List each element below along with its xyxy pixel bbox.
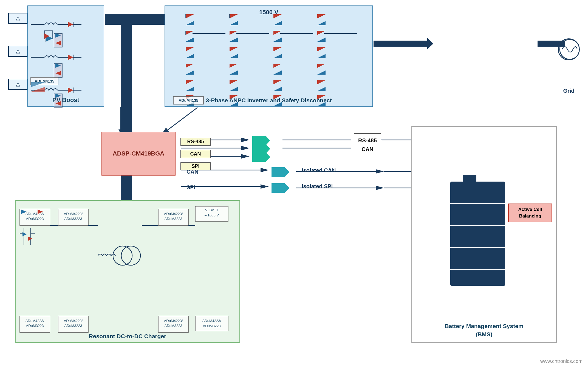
spi-signal-label: SPI [186,184,195,191]
svg-marker-82 [186,64,194,68]
svg-rect-169 [450,182,505,286]
adsp-block: ADSP-CM419BGA RS-485 CAN SPI [101,132,176,176]
isolated-can-label: Isolated CAN [302,167,336,174]
svg-rect-170 [463,175,476,182]
svg-text:ADuM3223: ADuM3223 [64,217,82,221]
can-signal-label: CAN [186,169,198,175]
svg-marker-122 [317,87,326,91]
grid-label: Grid [558,88,580,94]
svg-marker-102 [273,21,282,25]
grid-svg [559,38,579,60]
svg-marker-117 [317,47,326,51]
svg-marker-92 [230,38,238,42]
resonant-block: ADuM4223/ ADuM3223 ADuM4223/ ADuM3223 AD… [15,200,240,343]
svg-marker-121 [317,80,326,84]
phase-input-1: △ [8,13,27,24]
svg-marker-103 [273,31,282,35]
svg-marker-84 [186,80,194,84]
svg-marker-95 [230,64,238,68]
svg-marker-110 [273,87,282,91]
svg-text:ADuM4223/: ADuM4223/ [26,319,44,323]
spi-label: SPI [191,163,199,169]
svg-marker-73 [31,87,45,92]
svg-text:ADuM3223: ADuM3223 [164,217,182,221]
watermark: www.cntronics.com [540,358,583,364]
spi-iso-chip-2 [272,183,289,193]
rs485-label: RS-485 [187,139,204,144]
svg-marker-120 [317,70,326,75]
pv-boost-label: PV Boost [28,97,104,104]
svg-marker-94 [230,54,238,58]
svg-text:ADuM3223: ADuM3223 [164,324,182,328]
svg-marker-163 [22,232,27,236]
svg-marker-13 [241,146,250,150]
svg-marker-44 [68,22,73,27]
svg-marker-164 [28,236,32,241]
svg-marker-96 [230,70,238,75]
svg-marker-105 [273,47,282,51]
svg-marker-11 [241,138,250,142]
svg-rect-5 [121,25,132,143]
pv-boost-block: ADuM4135 PV Boost [27,5,104,107]
bms-svg [412,127,557,343]
can-protocol-box: CAN [180,150,211,158]
svg-marker-106 [273,54,282,58]
svg-marker-79 [186,38,194,42]
svg-marker-98 [230,87,238,91]
svg-marker-24 [376,169,384,174]
svg-text:ADuM4223/: ADuM4223/ [64,319,83,323]
main-diagram: △ △ △ [0,0,588,367]
svg-marker-118 [317,54,326,58]
svg-marker-76 [186,21,194,25]
svg-text:ADuM3223: ADuM3223 [64,324,82,328]
svg-point-146 [121,246,140,265]
svg-marker-85 [186,87,194,91]
rs485-iso-chip [252,136,270,145]
svg-rect-156 [195,316,228,331]
svg-marker-83 [186,70,194,75]
svg-rect-3 [105,14,165,25]
bms-label: Battery Management System (BMS) [412,322,556,338]
svg-marker-19 [261,184,269,189]
svg-marker-91 [230,31,238,35]
svg-marker-104 [273,38,282,42]
svg-rect-29 [374,41,428,47]
svg-marker-119 [317,64,326,68]
svg-marker-93 [230,47,238,51]
svg-marker-108 [273,70,282,75]
svg-marker-90 [230,21,238,25]
anpc-block: 1500 V [165,5,373,107]
svg-marker-97 [230,80,238,84]
svg-marker-17 [261,168,269,172]
isolated-spi-label: Isolated SPI [302,183,333,190]
svg-text:ADuM4223/: ADuM4223/ [64,212,83,216]
pv-boost-svg: ADuM4135 [28,6,105,108]
svg-text:ADuM4223/: ADuM4223/ [164,212,183,216]
svg-marker-115 [317,31,326,35]
svg-marker-107 [273,64,282,68]
phase-input-2: △ [8,46,27,57]
svg-point-145 [113,246,132,265]
svg-text:ADuM3223: ADuM3223 [26,217,44,221]
svg-text:ADuM3223: ADuM3223 [26,324,44,328]
adsp-title: ADSP-CM419BGA [113,150,164,158]
svg-text:ADuM4223/: ADuM4223/ [202,319,221,323]
grid-symbol [558,38,580,60]
rs485-can-text: RS-485 CAN [358,137,377,152]
anpc-label: 3-Phase ANPC Inverter and Safety Disconn… [165,97,372,104]
can-iso-chip [252,144,270,154]
svg-text:ADuM4223/: ADuM4223/ [164,319,183,323]
rs485-protocol-box: RS-485 [180,138,211,146]
svg-line-9 [162,108,197,134]
resonant-svg: ADuM4223/ ADuM3223 ADuM4223/ ADuM3223 AD… [16,201,241,343]
anpc-svg: ADuM4135 [165,6,374,108]
svg-marker-58 [68,87,73,93]
svg-marker-80 [186,47,194,51]
rs485-can-box: RS-485 CAN [354,133,381,156]
svg-marker-109 [273,80,282,84]
phase-input-3: △ [8,79,27,90]
spi-iso-chip [252,152,270,162]
svg-marker-81 [186,54,194,58]
svg-marker-114 [317,21,326,25]
bms-block: Active Cell Balancing Battery Management… [411,126,557,343]
